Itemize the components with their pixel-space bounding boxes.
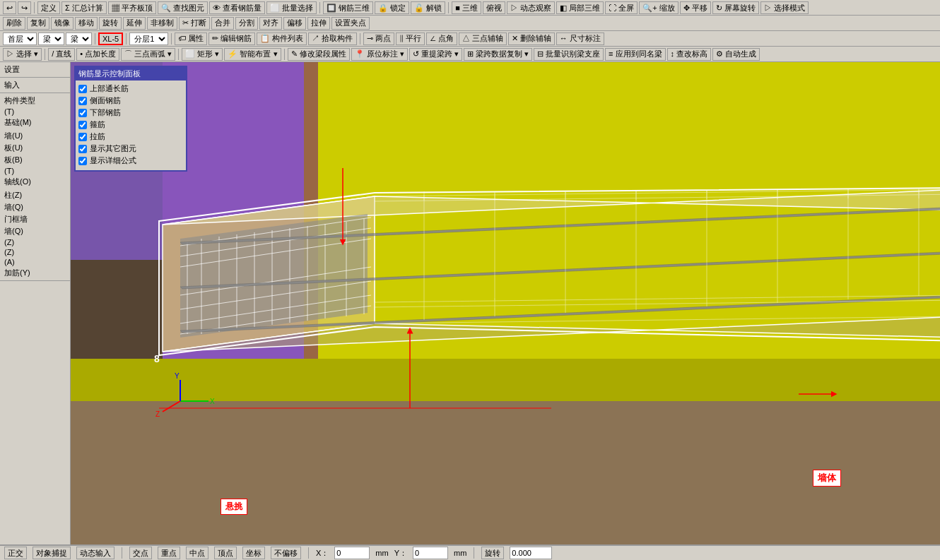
sidebar-item-z2[interactable]: (Z) xyxy=(1,237,69,247)
btn-dimension[interactable]: ↔ 尺寸标注 xyxy=(556,32,604,45)
sidebar-item-wall-q2[interactable]: 墙(Q) xyxy=(1,225,69,237)
btn-ortho[interactable]: 正交 xyxy=(4,547,27,559)
btn-origin-loc[interactable]: 📍 原位标注 ▾ xyxy=(351,48,408,61)
btn-flat-roof[interactable]: ▦ 平齐板顶 xyxy=(108,1,156,14)
btn-calc[interactable]: Σ 汇总计算 xyxy=(61,1,107,14)
btn-mirror[interactable]: 镜像 xyxy=(51,17,74,30)
btn-move[interactable]: 移动 xyxy=(75,17,98,30)
chk-side-rebar[interactable]: 侧面钢筋 xyxy=(78,95,183,106)
btn-del-aux[interactable]: ✕ 删除辅轴 xyxy=(508,32,555,45)
btn-modify-seg[interactable]: ✎ 修改梁段属性 xyxy=(288,48,350,61)
sidebar-item-type[interactable]: 构件类型 xyxy=(1,95,69,107)
btn-pick-component[interactable]: ↗ 拾取构件 xyxy=(308,32,356,45)
btn-snap[interactable]: 对象捕捉 xyxy=(33,547,71,559)
chk-top-rebar[interactable]: 上部通长筋 xyxy=(78,83,183,94)
chk-show-others[interactable]: 显示其它图元 xyxy=(78,143,183,154)
btn-dynamic-input[interactable]: 动态输入 xyxy=(76,547,114,559)
angle-input[interactable] xyxy=(510,547,552,559)
btn-unlock[interactable]: 🔓 解锁 xyxy=(411,1,445,14)
member-type-select2[interactable]: 梁 xyxy=(66,32,92,45)
btn-three-aux[interactable]: △ 三点辅轴 xyxy=(459,32,507,45)
btn-select-mode[interactable]: ▷ 选择模式 xyxy=(760,1,809,14)
btn-define[interactable]: 定义 xyxy=(37,1,60,14)
btn-stretch[interactable]: 拉伸 xyxy=(307,17,330,30)
sidebar-item-col[interactable]: 柱(Z) xyxy=(1,189,69,201)
btn-check-high[interactable]: ↕ 查改标高 xyxy=(667,48,712,61)
sidebar-item-slab[interactable]: 板(U) xyxy=(1,142,69,154)
btn-smart[interactable]: ⚡ 智能布置 ▾ xyxy=(224,48,281,61)
btn-fullscreen[interactable]: ⛶ 全屏 xyxy=(605,1,638,14)
btn-screen-rotate[interactable]: ↻ 屏幕旋转 xyxy=(712,1,759,14)
btn-midpt[interactable]: 中点 xyxy=(186,547,208,559)
btn-zoom-in[interactable]: 🔍+ 缩放 xyxy=(639,1,678,14)
btn-midpoint[interactable]: 重点 xyxy=(158,547,180,559)
sidebar-item-wall-q[interactable]: 墙(Q) xyxy=(1,201,69,213)
btn-batch-select[interactable]: ⬜ 批量选择 xyxy=(266,1,317,14)
btn-rotate[interactable]: 旋转 xyxy=(99,17,122,30)
chk-stirrup[interactable]: 箍筋 xyxy=(78,119,183,130)
sidebar-item-foundation[interactable]: 基础(M) xyxy=(1,117,69,129)
btn-vertex[interactable]: 顶点 xyxy=(214,547,237,559)
layer-select[interactable]: 分层1 xyxy=(129,32,168,45)
chk-tie-rebar[interactable]: 拉筋 xyxy=(78,131,183,142)
btn-property[interactable]: 🏷 属性 xyxy=(175,32,207,45)
btn-two-points[interactable]: ⊸ 两点 xyxy=(363,32,394,45)
sidebar-item-z3[interactable]: (Z) xyxy=(1,247,69,257)
btn-find-element[interactable]: 🔍 查找图元 xyxy=(158,1,208,14)
x-input[interactable] xyxy=(334,547,370,559)
chk-show-formula[interactable]: 显示详细公式 xyxy=(78,155,183,166)
btn-parallel[interactable]: ∥ 平行 xyxy=(396,32,425,45)
sidebar-item-input[interactable]: 输入 xyxy=(1,79,69,91)
btn-merge[interactable]: 合并 xyxy=(211,17,234,30)
sidebar-item-B[interactable]: 板(B) xyxy=(1,154,69,166)
btn-3d-view[interactable]: ■ 三维 xyxy=(452,1,481,14)
y-input[interactable] xyxy=(413,547,448,559)
btn-three-arc[interactable]: ⌒ 三点画弧 ▾ xyxy=(121,48,175,61)
btn-delete[interactable]: 刷除 xyxy=(3,17,25,30)
btn-lock[interactable]: 🔒 锁定 xyxy=(375,1,409,14)
member-type-select1[interactable]: 梁 xyxy=(38,32,64,45)
btn-relocate[interactable]: ↺ 重提梁跨 ▾ xyxy=(409,48,462,61)
btn-break[interactable]: ✂ 打断 xyxy=(179,17,210,30)
sidebar-item-settings[interactable]: 设置 xyxy=(1,64,69,76)
btn-batch-id[interactable]: ⊟ 批量识别梁支座 xyxy=(534,48,604,61)
btn-coord[interactable]: 坐标 xyxy=(242,547,265,559)
sidebar-item-door-frame[interactable]: 门框墙 xyxy=(1,213,69,225)
btn-no-move[interactable]: 非移制 xyxy=(147,17,177,30)
btn-dynamic-obs[interactable]: ▷ 动态观察 xyxy=(507,1,555,14)
member-id-btn[interactable]: XL-5 xyxy=(98,32,123,45)
btn-align[interactable]: 对齐 xyxy=(259,17,282,30)
btn-edit-rebar[interactable]: ✏ 编辑钢筋 xyxy=(208,32,255,45)
floor-select[interactable]: 首层 xyxy=(3,32,37,45)
sidebar-item-Q1[interactable]: 墙(U) xyxy=(1,130,69,142)
sidebar-item-T[interactable]: (T) xyxy=(1,107,69,117)
btn-select[interactable]: ▷ 选择 ▾ xyxy=(3,48,42,61)
btn-extend[interactable]: 延伸 xyxy=(123,17,146,30)
btn-rotate-status[interactable]: 旋转 xyxy=(481,547,504,559)
btn-no-offset[interactable]: 不偏移 xyxy=(271,547,301,559)
btn-plan-view[interactable]: 俯视 xyxy=(483,1,505,14)
sidebar-item-axis[interactable]: 轴线(O) xyxy=(1,176,69,188)
chk-bottom-rebar[interactable]: 下部钢筋 xyxy=(78,107,183,118)
btn-split[interactable]: 分割 xyxy=(235,17,258,30)
btn-set-grip[interactable]: 设置夹点 xyxy=(331,17,370,30)
viewport[interactable]: 钢筋显示控制面板 上部通长筋 侧面钢筋 下部钢筋 箍筋 拉筋 显示其它图元 显示… xyxy=(71,62,940,544)
btn-offset[interactable]: 偏移 xyxy=(283,17,306,30)
btn-angle[interactable]: ∠ 点角 xyxy=(426,32,457,45)
btn-auto-gen[interactable]: ⚙ 自动生成 xyxy=(712,48,760,61)
btn-point-len[interactable]: • 点加长度 xyxy=(76,48,119,61)
btn-view-rebar[interactable]: 👁 查看钢筋量 xyxy=(209,1,265,14)
btn-apply-same[interactable]: ≡ 应用到同名梁 xyxy=(605,48,665,61)
btn-pan[interactable]: ✥ 平移 xyxy=(680,1,711,14)
sidebar-item-a[interactable]: (A) xyxy=(1,257,69,267)
btn-rebar-3d[interactable]: 🔲 钢筋三维 xyxy=(323,1,373,14)
sidebar-item-extra[interactable]: 加筋(Y) xyxy=(1,267,69,279)
btn-redo[interactable]: ↪ xyxy=(18,1,31,14)
btn-undo[interactable]: ↩ xyxy=(3,1,16,14)
btn-span-copy[interactable]: ⊞ 梁跨数据复制 ▾ xyxy=(464,48,532,61)
sidebar-item-T2[interactable]: (T) xyxy=(1,166,69,176)
btn-local-3d[interactable]: ◧ 局部三维 xyxy=(556,1,604,14)
btn-copy[interactable]: 复制 xyxy=(27,17,49,30)
btn-line[interactable]: / 直线 xyxy=(48,48,75,61)
btn-component-list[interactable]: 📋 构件列表 xyxy=(257,32,307,45)
